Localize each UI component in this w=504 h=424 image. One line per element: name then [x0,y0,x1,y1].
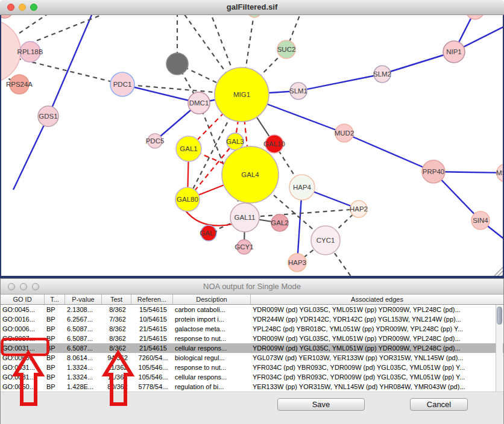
table-cell: BP [45,382,65,391]
table-cell: BP [45,334,65,343]
table-cell: 5778/54... [131,382,173,391]
scrollbar-thumb[interactable] [497,307,502,325]
node-label: GAL3 [226,138,244,145]
node-label: PRP40 [423,168,444,175]
edge [185,210,233,226]
node-label: MIG1 [233,91,250,98]
column-header[interactable]: T... [45,295,65,304]
node-label: GAL7 [200,229,217,237]
table-cell: 11/362 [102,372,131,382]
table-row[interactable]: GO:0006...BP6.5087...8/36221/54615galact… [1,324,503,334]
table-cell: BP [45,343,65,353]
edge [48,15,92,116]
table-cell: GO:0007... [1,334,45,343]
table-cell: response to nut... [173,363,251,372]
table-body: GO:0045...BP2.1308...8/36215/54615carbon… [1,305,503,391]
table-cell: 6.5087... [65,343,102,353]
node-label: SIN4 [473,217,488,224]
column-header[interactable]: Test [102,295,131,304]
table-cell: GO:0065... [1,353,45,363]
column-header[interactable]: Desciption [173,295,251,304]
edge [298,74,382,91]
column-header[interactable]: GO ID [1,295,45,304]
table-cell: 2.1308... [65,305,102,314]
table-row[interactable]: GO:0016...BP6.2567...7/36210/54615protei… [1,314,503,324]
node-label: MSN5 [496,169,503,176]
column-header[interactable]: Associated edges [251,295,503,304]
table-cell: 6.5087... [65,324,102,334]
table-cell: 105/546... [131,372,173,382]
window-title: galFiltered.sif [0,2,504,11]
table-cell: YFR034C (pd) YBR093C, YDR009W (pd) YGL03… [251,363,503,372]
node-label: GAL2 [271,219,288,226]
table-cell: biological regul... [173,353,251,363]
table-cell: YGL073W (pd) YER103W, YER133W (pp) YOR31… [251,353,503,363]
node-label: RPL18B [17,48,43,55]
node-label: GAL4 [241,171,259,178]
table-cell: response to nut... [173,334,251,343]
table-row[interactable]: GO:0031...BP6.5087...8/36221/54615cellul… [1,343,503,353]
node-label: GAL1 [180,145,197,152]
table-cell: 7/362 [102,314,131,324]
table-cell: GO:0050... [1,382,45,391]
button-panel: Save Cancel [1,391,503,424]
table-cell: 8/362 [102,343,131,353]
node-label: PDC1 [113,81,132,88]
table-cell: GO:0016... [1,314,45,324]
table-cell: YDR009W (pd) YGL035C, YML051W (pp) YDR00… [251,334,503,343]
noa-window: NOA output for Single Mode GO IDT...P-va… [0,278,504,424]
table-row[interactable]: GO:0045...BP2.1308...8/36215/54615carbon… [1,305,503,314]
table-cell: YFR034C (pd) YBR093C, YDR009W (pd) YGL03… [251,372,503,382]
table-cell: 8/362 [102,334,131,343]
table-cell: regulation of bi... [173,382,251,391]
node-top-left-sliver[interactable] [1,15,13,18]
edge [344,133,433,172]
cancel-button[interactable]: Cancel [410,398,468,411]
save-button[interactable]: Save [277,398,365,411]
edge [245,209,359,217]
table-cell: 15/54615 [131,305,173,314]
table-cell: 7260/54... [131,353,173,363]
node-label: NIP1 [446,48,462,55]
table-cell: 11/362 [102,363,131,372]
table-cell: 21/54615 [131,324,173,334]
table-cell: cellular respons... [173,372,251,382]
edge [22,15,119,46]
node-label: PDC5 [146,137,165,145]
table-cell: carbon cataboli... [173,305,251,314]
table-cell: BP [45,324,65,334]
screen: galFiltered.sif RPL18BRPS24AGDS1PDC1PDC5… [0,0,504,424]
table-cell: 8.0614... [65,353,102,363]
table-cell: GO:0031... [1,372,45,382]
table-row[interactable]: GO:0065...BP8.0614...94/3627260/54...bio… [1,353,503,363]
node-label: CYC1 [317,237,335,244]
table-cell: BP [45,372,65,382]
table-cell: 1.3324... [65,363,102,372]
table-row[interactable]: GO:0031...BP1.3324...11/362105/546...cel… [1,372,503,382]
table-row[interactable]: GO:0031...BP1.3324...11/362105/546...res… [1,363,503,372]
node-gray-node[interactable] [166,53,188,75]
table-cell: GO:0045... [1,305,45,314]
column-header[interactable]: P-value [65,295,102,304]
table-cell: YDR009W (pd) YGL035C, YML051W (pp) YDR00… [251,343,503,353]
network-view[interactable]: RPL18BRPS24AGDS1PDC1PDC5DMC1MIG1SUC2SLM1… [0,15,504,278]
vertical-scrollbar[interactable] [496,305,503,391]
table-row[interactable]: GO:0050...BP1.428E...80/3625778/54...reg… [1,382,503,391]
table-cell: BP [45,314,65,324]
table-cell: BP [45,363,65,372]
table-row[interactable]: GO:0007...BP6.5087...8/36221/54615respon… [1,334,503,343]
network-canvas: RPL18BRPS24AGDS1PDC1PDC5DMC1MIG1SUC2SLM1… [1,15,503,276]
table-cell: 105/546... [131,363,173,372]
table-header: GO IDT...P-valueTestReferen...Desciption… [1,295,503,305]
table-cell: 6.5087... [65,334,102,343]
table-cell: cellular respons... [173,343,251,353]
node-green-sliver[interactable] [248,15,261,17]
network-window: galFiltered.sif RPL18BRPS24AGDS1PDC1PDC5… [0,0,504,278]
table-cell: galactose meta... [173,324,251,334]
edge [13,116,48,190]
column-header[interactable]: Referen... [131,295,173,304]
table-cell: 21/54615 [131,334,173,343]
node-label: SLM1 [289,87,307,95]
edge [19,15,57,33]
node-top-right-sliver[interactable] [466,15,484,19]
